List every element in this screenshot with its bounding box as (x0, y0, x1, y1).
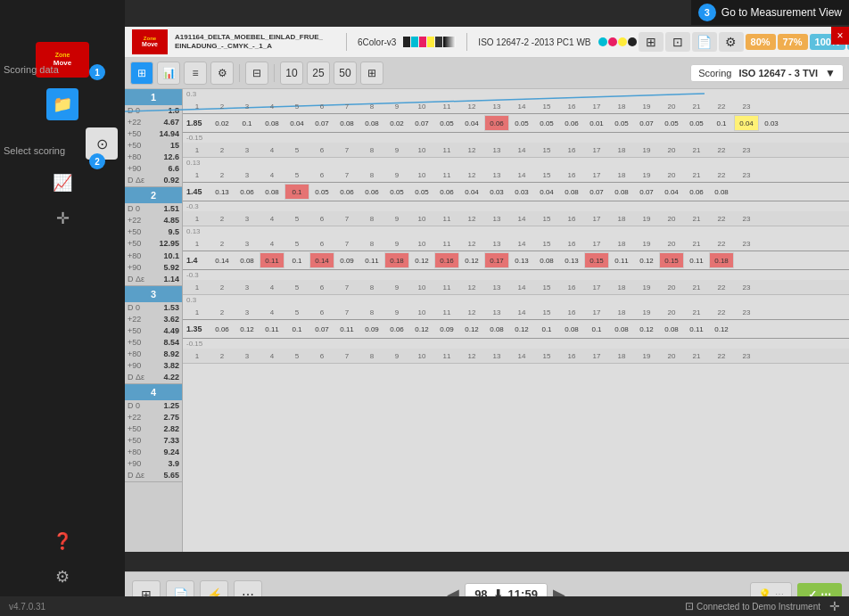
col-num-bot-4: 4 (260, 352, 284, 360)
col-num-bot-20: 20 (659, 283, 684, 292)
badge-1: 1 (89, 64, 105, 80)
col-num-bot-23: 23 (734, 215, 759, 223)
cell-1-1: 0.02 (210, 115, 235, 131)
cell-2-8: 0.05 (384, 184, 409, 200)
scoring-data-label: Scoring data (4, 64, 59, 75)
col-num-bot-7: 7 (334, 146, 359, 154)
col-num-20: 20 (659, 103, 684, 111)
col-num-4: 4 (260, 103, 284, 111)
layout-icon[interactable]: ⊞ (639, 32, 664, 52)
col-num-7: 7 (334, 103, 359, 111)
col-num-14: 14 (509, 103, 534, 111)
col-num-20: 20 (659, 240, 684, 248)
cmyk-swatches (598, 37, 637, 46)
go-to-measurement-btn[interactable]: 3 Go to Measurement View (698, 4, 842, 21)
cell-2-2: 0.06 (235, 184, 260, 200)
col-num-20: 20 (659, 171, 684, 179)
col-num-13: 13 (484, 171, 509, 179)
cell-1-17: 0.05 (609, 115, 634, 131)
cell-1-8: 0.02 (384, 115, 409, 131)
badge-2: 2 (89, 153, 105, 169)
col-num-bot-4: 4 (260, 215, 284, 223)
grid-container: 1D 01.8+224.67+5014.94+5015+8012.6+906.6… (125, 89, 849, 552)
col-num-bot-12: 12 (459, 215, 484, 223)
cell-3-16: 0.15 (584, 252, 609, 268)
col-num-bot-7: 7 (334, 352, 359, 360)
col-num-21: 21 (684, 103, 709, 111)
col-num-14: 14 (509, 240, 534, 248)
col-num-bot-20: 20 (659, 352, 684, 360)
col-num-bot-15: 15 (534, 215, 559, 223)
col-num-bot-23: 23 (734, 283, 759, 292)
tb-10-btn[interactable]: 10 (280, 62, 303, 85)
cell-1-21: 0.1 (709, 115, 734, 131)
col-num-bot-21: 21 (684, 283, 709, 292)
sidebar-item-home[interactable]: 📁 (46, 88, 78, 120)
col-num-bot-1: 1 (185, 283, 210, 292)
cell-1-19: 0.05 (659, 115, 684, 131)
header-bar: Zone Move A191164_DELTA_MOEBEL_EINLAD_FR… (125, 27, 849, 58)
col-num-6: 6 (309, 171, 334, 179)
data-left-column: 1D 01.8+224.67+5014.94+5015+8012.6+906.6… (125, 89, 183, 552)
col-num-bot-21: 21 (684, 215, 709, 223)
cell-4-3: 0.11 (260, 321, 284, 337)
col-num-bot-4: 4 (260, 283, 284, 292)
settings-icon[interactable]: ⚙ (719, 32, 744, 52)
col-num-bot-3: 3 (235, 146, 260, 154)
col-num-22: 22 (709, 308, 734, 316)
col-num-bot-2: 2 (210, 352, 235, 360)
section-row-1: +5014.94 (125, 128, 182, 140)
tb-all-btn[interactable]: ⊞ (360, 62, 383, 85)
sidebar-item-help[interactable]: ❓ (46, 525, 78, 557)
cell-1-2: 0.1 (235, 115, 260, 131)
sidebar-item-chart[interactable]: 📈 (46, 167, 78, 199)
col-num-17: 17 (584, 240, 609, 248)
tb-chart-btn[interactable]: 📊 (157, 62, 180, 85)
cell-1-15: 0.06 (559, 115, 584, 131)
col-num-bot-2: 2 (210, 215, 235, 223)
col-num-bot-7: 7 (334, 283, 359, 292)
sidebar-item-target[interactable]: ✛ (46, 202, 78, 234)
tb-50-btn[interactable]: 50 (334, 62, 357, 85)
cell-4-8: 0.06 (384, 321, 409, 337)
col-num-5: 5 (284, 240, 309, 248)
scoring-dropdown-value: ISO 12647 - 3 TVI (738, 68, 818, 78)
cell-3-9: 0.12 (409, 252, 434, 268)
col-num-bot-20: 20 (659, 215, 684, 223)
tb-list-btn[interactable]: ≡ (184, 62, 207, 85)
compare-icon[interactable]: ⊡ (665, 32, 690, 52)
scoring-dropdown[interactable]: Scoring ISO 12647 - 3 TVI ▼ (690, 64, 844, 82)
col-num-23: 23 (734, 103, 759, 111)
col-num-2: 2 (210, 308, 235, 316)
col-num-bot-17: 17 (584, 283, 609, 292)
col-num-17: 17 (584, 171, 609, 179)
document-icon[interactable]: 📄 (692, 32, 717, 52)
section-row-1: +5015 (125, 140, 182, 152)
col-num-21: 21 (684, 240, 709, 248)
col-num-19: 19 (634, 240, 659, 248)
col-num-19: 19 (634, 103, 659, 111)
col-num-23: 23 (734, 308, 759, 316)
tb-layers-btn[interactable]: ⊟ (245, 62, 268, 85)
tb-grid-btn[interactable]: ⊞ (130, 62, 153, 85)
col-num-20: 20 (659, 308, 684, 316)
col-num-18: 18 (609, 240, 634, 248)
section-row-2: +8010.1 (125, 251, 182, 262)
col-num-15: 15 (534, 171, 559, 179)
col-num-bot-11: 11 (434, 146, 459, 154)
pct1-badge: 80% (746, 34, 776, 50)
cell-1-5: 0.07 (309, 115, 334, 131)
sidebar-item-settings[interactable]: ⚙ (46, 561, 78, 593)
col-num-18: 18 (609, 103, 634, 111)
version-label: v4.7.0.31 (9, 602, 45, 612)
col-num-bot-13: 13 (484, 146, 509, 154)
col-num-bot-4: 4 (260, 146, 284, 154)
tb-25-btn[interactable]: 25 (307, 62, 330, 85)
close-button[interactable]: × (831, 27, 849, 45)
col-num-bot-23: 23 (734, 352, 759, 360)
col-num-5: 5 (284, 308, 309, 316)
tb-settings-btn[interactable]: ⚙ (210, 62, 234, 85)
cell-4-20: 0.11 (684, 321, 709, 337)
col-num-bot-10: 10 (409, 215, 434, 223)
col-num-bot-21: 21 (684, 352, 709, 360)
